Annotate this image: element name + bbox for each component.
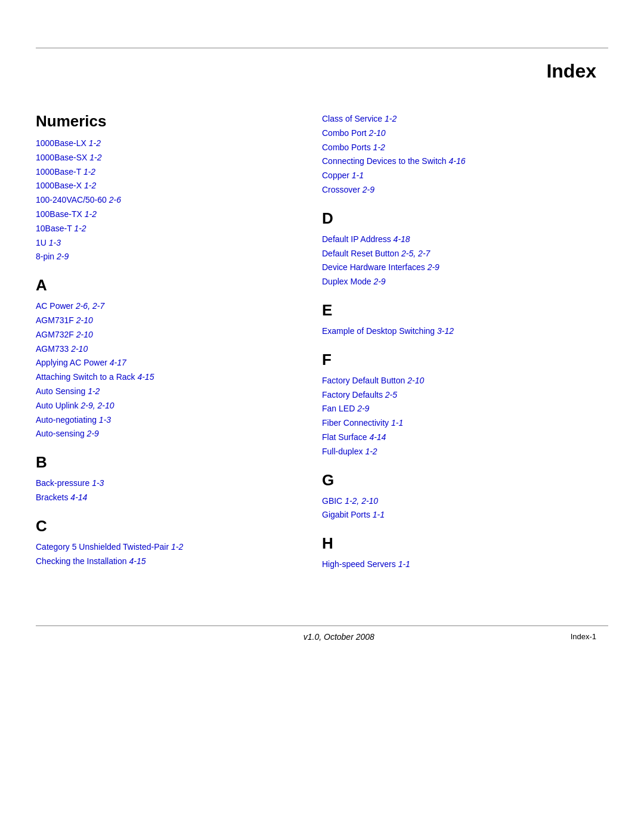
section-h-heading: H [322,534,584,553]
section-c-heading: C [36,517,286,535]
list-item[interactable]: Attaching Switch to a Rack 4-15 [36,370,286,385]
page-title: Index [0,48,644,100]
section-b-heading: B [36,453,286,472]
list-item[interactable]: Back-pressure 1-3 [36,476,286,491]
section-b-entries: Back-pressure 1-3 Brackets 4-14 [36,476,286,505]
content-area: Numerics 1000Base-LX 1-2 1000Base-SX 1-2… [0,100,644,572]
list-item[interactable]: Default IP Address 4-18 [322,233,584,247]
list-item[interactable]: Gigabit Ports 1-1 [322,508,584,522]
numerics-entries: 1000Base-LX 1-2 1000Base-SX 1-2 1000Base… [36,137,286,264]
list-item[interactable]: Brackets 4-14 [36,491,286,505]
list-item[interactable]: AGM731F 2-10 [36,314,286,328]
section-g-heading: G [322,471,584,490]
section-c-entries: Category 5 Unshielded Twisted-Pair 1-2 C… [36,540,286,569]
section-e-entries: Example of Desktop Switching 3-12 [322,324,584,339]
right-column: Class of Service 1-2 Combo Port 2-10 Com… [310,100,584,572]
section-d-heading: D [322,209,584,228]
list-item[interactable]: Combo Port 2-10 [322,126,584,141]
list-item[interactable]: Fan LED 2-9 [322,402,584,416]
list-item[interactable]: Copper 1-1 [322,169,584,183]
numerics-heading: Numerics [36,112,286,131]
page: Index Numerics 1000Base-LX 1-2 1000Base-… [0,48,644,833]
list-item[interactable]: 1000Base-LX 1-2 [36,137,286,151]
section-a-entries: AC Power 2-6, 2-7 AGM731F 2-10 AGM732F 2… [36,299,286,441]
list-item[interactable]: Default Reset Button 2-5, 2-7 [322,247,584,261]
list-item[interactable]: High-speed Servers 1-1 [322,558,584,572]
list-item[interactable]: AGM733 2-10 [36,342,286,357]
list-item[interactable]: Auto Sensing 1-2 [36,385,286,399]
list-item[interactable]: Device Hardware Interfaces 2-9 [322,261,584,275]
list-item[interactable]: 10Base-T 1-2 [36,222,286,236]
list-item[interactable]: Flat Surface 4-14 [322,431,584,445]
list-item[interactable]: Factory Defaults 2-5 [322,388,584,402]
footer-page: Index-1 [571,632,596,641]
section-h-entries: High-speed Servers 1-1 [322,558,584,572]
list-item[interactable]: 1000Base-T 1-2 [36,165,286,179]
list-item[interactable]: 1000Base-X 1-2 [36,179,286,193]
list-item[interactable]: Fiber Connectivity 1-1 [322,416,584,431]
list-item[interactable]: Combo Ports 1-2 [322,141,584,155]
footer-version: v1.0, October 2008 [107,632,571,642]
section-f-heading: F [322,351,584,369]
list-item[interactable]: Full-duplex 1-2 [322,445,584,459]
list-item[interactable]: Connecting Devices to the Switch 4-16 [322,154,584,169]
section-f-entries: Factory Default Button 2-10 Factory Defa… [322,374,584,459]
list-item[interactable]: Auto-sensing 2-9 [36,427,286,441]
footer: v1.0, October 2008 Index-1 [0,626,644,648]
section-d-entries: Default IP Address 4-18 Default Reset Bu… [322,233,584,289]
section-e-heading: E [322,301,584,320]
list-item[interactable]: 1U 1-3 [36,236,286,250]
list-item[interactable]: Auto-negotiating 1-3 [36,413,286,428]
list-item[interactable]: AC Power 2-6, 2-7 [36,299,286,314]
list-item[interactable]: Auto Uplink 2-9, 2-10 [36,399,286,413]
list-item[interactable]: Crossover 2-9 [322,183,584,197]
list-item[interactable]: 8-pin 2-9 [36,250,286,264]
list-item[interactable]: Duplex Mode 2-9 [322,275,584,289]
section-a-heading: A [36,276,286,295]
list-item[interactable]: AGM732F 2-10 [36,328,286,342]
section-g-entries: GBIC 1-2, 2-10 Gigabit Ports 1-1 [322,494,584,523]
list-item[interactable]: Example of Desktop Switching 3-12 [322,324,584,339]
list-item[interactable]: 100-240VAC/50-60 2-6 [36,193,286,208]
list-item[interactable]: Category 5 Unshielded Twisted-Pair 1-2 [36,540,286,555]
list-item[interactable]: 1000Base-SX 1-2 [36,151,286,165]
list-item[interactable]: Applying AC Power 4-17 [36,356,286,370]
list-item[interactable]: Checking the Installation 4-15 [36,555,286,569]
list-item[interactable]: 100Base-TX 1-2 [36,208,286,222]
list-item[interactable]: GBIC 1-2, 2-10 [322,494,584,509]
list-item[interactable]: Class of Service 1-2 [322,112,584,126]
list-item[interactable]: Factory Default Button 2-10 [322,374,584,388]
left-column: Numerics 1000Base-LX 1-2 1000Base-SX 1-2… [36,100,310,572]
section-c-right-entries: Class of Service 1-2 Combo Port 2-10 Com… [322,112,584,197]
